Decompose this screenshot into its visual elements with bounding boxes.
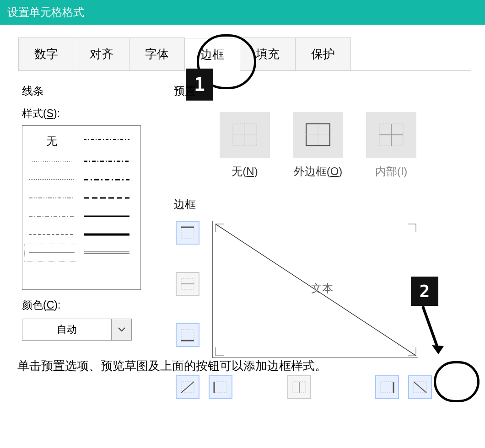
svg-rect-40 (214, 382, 227, 393)
annotation-callout-2: 2 (411, 277, 438, 306)
line-style-dash-dot[interactable] (24, 207, 79, 225)
tab-number[interactable]: 数字 (18, 37, 74, 70)
presets-row: 无(N) 外边框(O) 内部(I) (220, 112, 471, 179)
content-area: 线条 样式(S): 无 颜色(C): 自动 (0, 71, 485, 352)
tab-strip: 数字 对齐 字体 边框 填充 保护 (18, 37, 471, 71)
border-hmiddle-button[interactable] (176, 272, 199, 296)
line-style-hair[interactable] (24, 152, 79, 171)
svg-marker-49 (432, 345, 444, 354)
line-style-medium-dash-dot[interactable] (79, 152, 134, 171)
tab-font[interactable]: 字体 (129, 37, 185, 70)
tab-protect[interactable]: 保护 (295, 37, 351, 70)
help-text: 单击预置选项、预览草图及上面的按钮可以添加边框样式。 (17, 358, 485, 374)
color-dropdown[interactable]: 自动 (22, 319, 132, 341)
right-panel: 预置 无(N) 外边框(O) (156, 80, 471, 347)
line-panel: 线条 样式(S): 无 颜色(C): 自动 (18, 80, 156, 347)
svg-line-47 (414, 382, 426, 393)
style-label: 样式(S): (22, 107, 156, 121)
border-diag-up-button[interactable] (176, 375, 199, 399)
svg-line-48 (423, 306, 438, 350)
presets-section-label: 预置 (174, 84, 471, 98)
preset-outline-button[interactable] (293, 112, 343, 158)
svg-rect-44 (381, 382, 393, 393)
line-style-dash-dot-dot[interactable] (24, 189, 79, 207)
chevron-down-icon (111, 319, 131, 340)
border-diag-down-button[interactable] (408, 375, 432, 399)
svg-line-39 (181, 382, 194, 393)
border-right-button[interactable] (375, 375, 399, 399)
line-style-dash-dot-thick[interactable] (79, 171, 134, 189)
tab-align[interactable]: 对齐 (74, 37, 129, 70)
border-vmiddle-button[interactable] (287, 375, 311, 399)
border-top-button[interactable] (176, 221, 199, 245)
dialog-title: 设置单元格格式 (7, 5, 84, 20)
preset-outline-label: 外边框(O) (294, 164, 343, 179)
border-bottom-button[interactable] (176, 323, 199, 347)
preset-inside-label: 内部(I) (375, 164, 408, 179)
line-style-medium[interactable] (79, 207, 134, 225)
line-style-thick[interactable] (79, 225, 134, 244)
svg-rect-23 (181, 227, 194, 238)
line-style-double[interactable] (79, 244, 134, 262)
dialog-titlebar: 设置单元格格式 (0, 0, 485, 25)
line-style-dotted[interactable] (24, 171, 79, 189)
line-style-none[interactable]: 无 (24, 130, 79, 152)
border-section-label: 边框 (174, 197, 471, 212)
line-section-label: 线条 (22, 84, 156, 98)
tab-fill[interactable]: 填充 (240, 37, 296, 70)
line-style-medium-dash[interactable] (79, 189, 134, 207)
preview-text: 文本 (311, 281, 333, 296)
color-label: 颜色(C): (22, 298, 156, 312)
preset-inside-button[interactable] (366, 112, 416, 158)
preset-none-button[interactable] (220, 112, 270, 158)
line-style-dash-dot-fine[interactable] (79, 130, 134, 149)
color-value: 自动 (22, 319, 111, 340)
line-style-dashed[interactable] (24, 225, 79, 244)
svg-rect-27 (181, 330, 194, 341)
line-style-thin[interactable] (24, 244, 79, 262)
border-section: 边框 文本 (174, 197, 471, 212)
border-left-button[interactable] (209, 375, 232, 399)
annotation-arrow-icon (418, 304, 446, 359)
border-preview[interactable]: 文本 (212, 221, 418, 358)
tab-border[interactable]: 边框 (184, 38, 240, 71)
preset-none-label: 无(N) (232, 164, 258, 179)
line-style-list[interactable]: 无 (22, 125, 141, 290)
